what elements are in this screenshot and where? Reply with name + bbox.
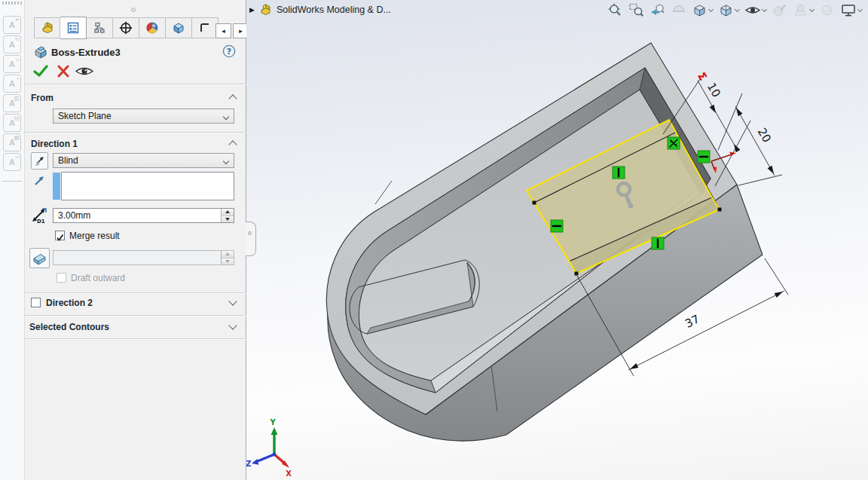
svg-text:D1: D1 xyxy=(37,219,45,225)
direction1-collapse-chevron-icon[interactable] xyxy=(228,140,237,148)
direction-arrow-icon xyxy=(33,174,46,190)
dimxpert-tab[interactable] xyxy=(113,17,139,38)
flyout-expand-icon[interactable]: ▶ xyxy=(249,6,255,14)
note-pattern-icon[interactable]: A▦ xyxy=(3,133,21,151)
model-canvas[interactable]: Σ 10 20 37 Y Z X xyxy=(246,0,868,480)
merge-result-checkbox[interactable] xyxy=(55,231,65,240)
note-save-icon[interactable]: A▤ xyxy=(3,114,21,132)
svg-text:?: ? xyxy=(227,47,231,57)
reference-triad: Y Z X xyxy=(246,418,292,478)
relation-vertical-badge xyxy=(652,237,664,249)
relation-horizontal-badge xyxy=(698,151,710,163)
solidworks-window: A✶A✎A↘A+A▥A▤A▦A∞ ◂ ▸ Boss-Extrude3 ? xyxy=(0,0,868,480)
dimension-20[interactable]: 20 xyxy=(755,126,774,145)
boss-extrude-icon xyxy=(32,44,47,63)
help-icon[interactable]: ? xyxy=(222,44,236,61)
view-settings-icon[interactable] xyxy=(819,2,835,18)
ok-button[interactable] xyxy=(32,64,49,81)
cancel-button[interactable] xyxy=(57,65,70,81)
note-add-icon[interactable]: A+ xyxy=(3,75,21,93)
graphics-area[interactable]: Σ 10 20 37 Y Z X ▶ xyxy=(246,0,868,480)
options-display-icon[interactable] xyxy=(840,2,862,18)
direction-reference-selection-box[interactable] xyxy=(61,172,234,200)
toolbar-divider xyxy=(2,181,22,182)
dimension-37[interactable]: 37 xyxy=(683,312,701,331)
toolbar-grip[interactable] xyxy=(2,2,22,5)
apply-scene-icon[interactable] xyxy=(793,2,814,18)
merge-result-label: Merge result xyxy=(69,231,120,241)
configuration-manager-tab[interactable] xyxy=(87,17,113,38)
section-divider xyxy=(25,338,246,340)
part-icon xyxy=(259,3,272,16)
depth-decrement-button[interactable] xyxy=(222,216,234,223)
panel-splitter-handle[interactable] xyxy=(246,222,256,256)
tab-scroll-left-button[interactable]: ◂ xyxy=(215,23,231,38)
dropdown-chevron-icon[interactable] xyxy=(762,6,767,11)
triad-y-label: Y xyxy=(269,418,276,426)
selection-active-strip xyxy=(53,173,60,200)
edit-appearance-icon[interactable] xyxy=(772,2,787,18)
sheet-corner-tab[interactable] xyxy=(192,17,219,38)
dropdown-chevron-icon xyxy=(223,114,229,120)
triad-z-label: Z xyxy=(246,460,252,468)
depth-value: 3.00mm xyxy=(58,210,90,221)
panel-collapse-dot[interactable] xyxy=(131,8,136,12)
draft-on-off-button[interactable] xyxy=(29,248,50,268)
draft-outward-label: Draft outward xyxy=(71,273,125,283)
end-condition-dropdown[interactable]: Blind xyxy=(53,153,234,168)
from-condition-value: Sketch Plane xyxy=(58,111,112,121)
selected-contours-expand-chevron-icon[interactable] xyxy=(228,321,237,329)
features-tab[interactable] xyxy=(34,17,60,38)
note-new-icon[interactable]: A✶ xyxy=(3,16,21,34)
from-condition-dropdown[interactable]: Sketch Plane xyxy=(53,109,234,124)
direction2-section-header[interactable]: Direction 2 xyxy=(46,298,93,308)
display-manager-tab[interactable] xyxy=(139,17,166,38)
section-divider xyxy=(25,292,246,294)
from-section-header[interactable]: From xyxy=(31,93,53,103)
depth-spinner[interactable]: 3.00mm xyxy=(53,208,234,223)
from-collapse-chevron-icon[interactable] xyxy=(228,94,237,102)
note-edit-icon[interactable]: A✎ xyxy=(3,35,21,54)
property-manager-tab[interactable] xyxy=(60,17,87,39)
section-divider xyxy=(25,84,246,85)
dimension-sigma[interactable]: Σ xyxy=(695,70,710,83)
section-divider xyxy=(25,315,246,316)
direction2-checkbox[interactable] xyxy=(31,298,41,307)
feature-tree-flyout[interactable]: ▶ SolidWorks Modeling & D... xyxy=(249,3,391,16)
display-style-icon[interactable] xyxy=(718,2,739,18)
headsup-view-toolbar xyxy=(607,2,862,18)
addins-tab[interactable] xyxy=(166,17,192,38)
note-move-icon[interactable]: A↘ xyxy=(3,55,21,73)
hide-show-items-icon[interactable] xyxy=(744,2,766,18)
depth-increment-button[interactable] xyxy=(222,209,234,216)
tree-root-label[interactable]: SolidWorks Modeling & D... xyxy=(277,5,391,15)
note-status-icon[interactable]: A▥ xyxy=(3,94,21,112)
reverse-direction-button[interactable] xyxy=(31,152,48,170)
triad-x-label: X xyxy=(286,469,292,478)
draft-increment-button[interactable] xyxy=(222,251,234,258)
dropdown-chevron-icon[interactable] xyxy=(735,6,740,11)
direction1-section-header[interactable]: Direction 1 xyxy=(31,139,78,149)
dropdown-chevron-icon[interactable] xyxy=(708,6,714,11)
draft-angle-spinner[interactable] xyxy=(53,250,234,265)
previous-view-icon[interactable] xyxy=(649,2,665,18)
dropdown-chevron-icon[interactable] xyxy=(809,6,815,11)
relation-intersection-badge xyxy=(668,137,680,149)
draft-outward-checkbox[interactable] xyxy=(57,273,66,283)
zoom-area-icon[interactable] xyxy=(628,2,644,18)
show-preview-eye-icon[interactable] xyxy=(75,65,94,81)
feature-title: Boss-Extrude3 xyxy=(51,47,121,58)
draft-decrement-button[interactable] xyxy=(222,258,234,265)
panel-tab-bar xyxy=(34,17,219,40)
depth-d1-icon: D1 xyxy=(30,206,48,228)
selected-contours-section-header[interactable]: Selected Contours xyxy=(29,322,109,332)
chain-dimension-icon[interactable]: A∞ xyxy=(3,153,21,171)
view-orientation-icon[interactable] xyxy=(692,2,713,18)
section-view-icon[interactable] xyxy=(671,2,686,18)
annotation-toolbar: A✶A✎A↘A+A▥A▤A▦A∞ xyxy=(0,0,25,480)
zoom-fit-icon[interactable] xyxy=(607,2,623,18)
end-condition-value: Blind xyxy=(58,155,78,166)
direction2-expand-chevron-icon[interactable] xyxy=(228,297,237,305)
relation-horizontal-badge xyxy=(551,220,563,232)
dropdown-chevron-icon[interactable] xyxy=(857,6,863,11)
